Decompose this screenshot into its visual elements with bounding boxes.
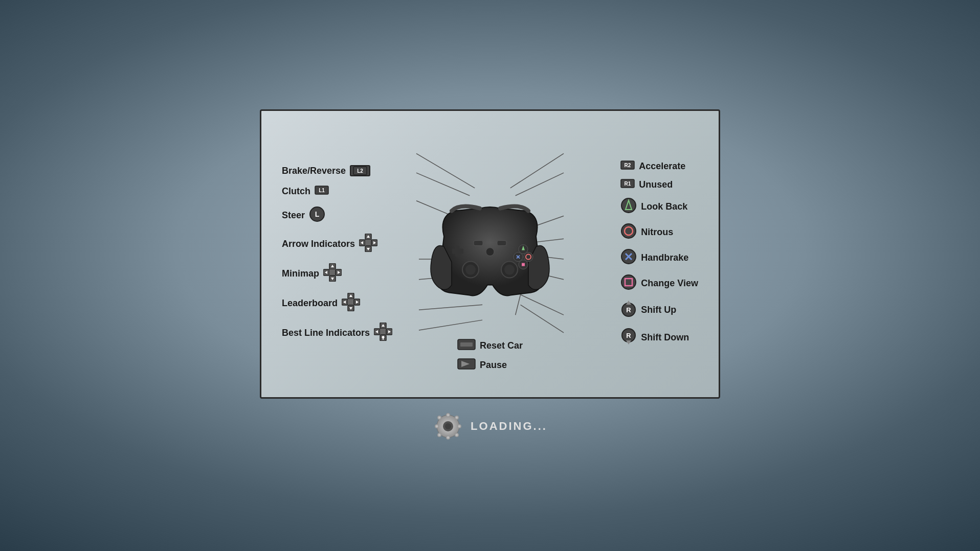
- svg-point-108: [437, 433, 441, 437]
- controls-panel: Brake/Reverse L2 Clutch L1: [260, 109, 720, 399]
- control-leaderboard: Leaderboard: [282, 293, 392, 313]
- main-container: Brake/Reverse L2 Clutch L1: [260, 109, 720, 442]
- minimap-label: Minimap: [282, 268, 319, 279]
- control-shift-down: Shift Down R: [620, 327, 689, 348]
- svg-point-107: [455, 416, 459, 420]
- dpad3-badge: [342, 293, 360, 313]
- nitrous-label: Nitrous: [641, 227, 673, 238]
- handbrake-label: Handbrake: [641, 252, 688, 263]
- svg-point-103: [446, 435, 450, 440]
- leaderboard-label: Leaderboard: [282, 298, 338, 309]
- control-minimap: Minimap: [282, 263, 392, 284]
- look-back-label: Look Back: [641, 201, 687, 212]
- r1-unused-label: Unused: [639, 179, 673, 190]
- control-best-line: Best Line Indicators: [282, 323, 392, 343]
- dpad2-badge: [323, 263, 342, 284]
- control-handbrake: Handbrake: [620, 248, 688, 267]
- control-pause: Pause: [457, 358, 507, 372]
- change-view-label: Change View: [641, 278, 698, 289]
- control-clutch: Clutch L1: [282, 186, 392, 197]
- panel-inner: Brake/Reverse L2 Clutch L1: [282, 126, 698, 382]
- svg-rect-24: [365, 240, 371, 246]
- r1-badge: R1: [620, 179, 635, 190]
- shift-down-label: Shift Down: [641, 332, 689, 343]
- reset-car-label: Reset Car: [480, 340, 523, 351]
- svg-text:L: L: [315, 210, 320, 218]
- circle-badge: [620, 223, 637, 241]
- svg-rect-60: [474, 241, 483, 246]
- start-badge: [457, 358, 476, 372]
- control-steer: Steer L: [282, 206, 392, 224]
- svg-text:R: R: [627, 306, 632, 314]
- control-brake-reverse: Brake/Reverse L2: [282, 165, 392, 176]
- accelerate-label: Accelerate: [639, 161, 685, 172]
- svg-rect-51: [380, 329, 386, 335]
- controller-svg: [413, 196, 567, 308]
- control-accelerate: Accelerate R2: [620, 160, 685, 172]
- svg-point-62: [486, 248, 494, 256]
- svg-point-58: [382, 336, 384, 338]
- svg-text:L2: L2: [357, 168, 363, 174]
- cross-badge: [620, 248, 637, 267]
- svg-point-93: [621, 275, 636, 289]
- gear-icon: [433, 411, 463, 442]
- l2-badge: L2: [350, 165, 370, 176]
- clutch-label: Clutch: [282, 186, 310, 197]
- steer-label: Steer: [282, 210, 305, 221]
- svg-rect-77: [522, 263, 525, 266]
- svg-point-68: [504, 265, 515, 275]
- svg-text:R1: R1: [625, 181, 631, 187]
- svg-point-106: [437, 416, 441, 420]
- control-shift-up: Shift Up R: [620, 300, 676, 320]
- svg-point-109: [455, 433, 459, 437]
- triangle-badge: [620, 197, 637, 216]
- select-badge: [457, 339, 476, 352]
- center-actions: Reset Car Pause: [457, 339, 523, 372]
- control-reset-car: Reset Car: [457, 339, 523, 352]
- l-analog-badge: L: [309, 206, 325, 224]
- svg-point-104: [435, 424, 439, 428]
- square-badge: [620, 274, 637, 292]
- svg-marker-97: [626, 301, 631, 305]
- svg-rect-33: [329, 269, 336, 276]
- left-column: Brake/Reverse L2 Clutch L1: [282, 165, 392, 343]
- control-r1-unused: Unused R1: [620, 179, 673, 190]
- control-nitrous: Nitrous: [620, 223, 673, 241]
- control-arrow-indicators: Arrow Indicators: [282, 234, 392, 254]
- brake-reverse-label: Brake/Reverse: [282, 166, 346, 176]
- svg-text:R2: R2: [625, 163, 631, 168]
- svg-point-105: [457, 424, 461, 428]
- svg-text:R: R: [627, 332, 632, 339]
- r2-badge: R2: [620, 160, 635, 172]
- r-stick-up-badge: R: [620, 300, 637, 320]
- svg-text:L1: L1: [319, 188, 325, 193]
- loading-text: LOADING...: [471, 420, 547, 433]
- svg-rect-42: [348, 299, 354, 305]
- r-stick-down-badge: R: [620, 327, 637, 348]
- svg-point-88: [621, 224, 636, 238]
- svg-rect-61: [497, 241, 506, 246]
- svg-point-66: [465, 265, 476, 275]
- shift-up-label: Shift Up: [641, 305, 676, 315]
- svg-rect-79: [460, 342, 473, 347]
- dpad1-badge: [359, 234, 377, 254]
- controller-image: [413, 196, 567, 308]
- svg-point-102: [446, 413, 450, 417]
- best-line-label: Best Line Indicators: [282, 328, 370, 338]
- svg-marker-100: [626, 340, 631, 345]
- l1-badge: L1: [315, 186, 329, 197]
- svg-rect-64: [452, 249, 463, 254]
- loading-section: LOADING...: [433, 411, 547, 442]
- right-column: Accelerate R2 Unused R1: [620, 160, 698, 348]
- dpad4-badge: [374, 323, 392, 343]
- control-change-view: Change View: [620, 274, 698, 292]
- arrow-indicators-label: Arrow Indicators: [282, 239, 355, 249]
- control-look-back: Look Back: [620, 197, 687, 216]
- svg-point-111: [445, 423, 451, 429]
- pause-label: Pause: [480, 360, 507, 371]
